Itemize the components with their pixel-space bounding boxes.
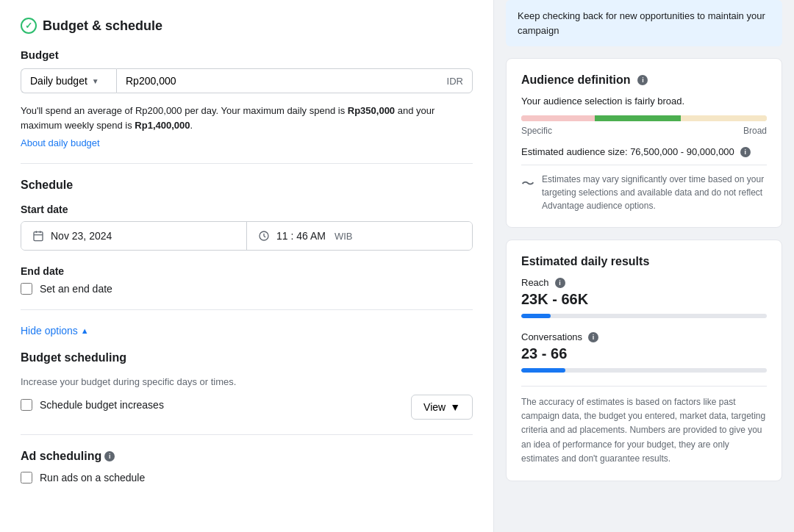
section-title: ✓ Budget & schedule [21,18,473,34]
reach-label: Reach i [521,277,767,288]
divider [21,163,473,164]
budget-row: Daily budget ▼ IDR [21,68,473,93]
bar-label-specific: Specific [521,126,552,136]
conversations-bar-track [521,368,767,373]
ad-scheduling-section: Ad scheduling i Run ads on a schedule [21,434,473,484]
reach-info-icon[interactable]: i [555,278,565,288]
timezone-label: WIB [335,231,353,242]
right-panel: Keep checking back for new opportunities… [494,0,794,532]
conversations-label: Conversations i [521,331,767,342]
audience-size: Estimated audience size: 76,500,000 - 90… [521,146,767,157]
calendar-icon [32,229,45,242]
audience-bar-track [521,115,767,121]
audience-desc: Your audience selection is fairly broad. [521,96,767,107]
section-title-text: Budget & schedule [43,18,162,34]
budget-label: Budget [21,48,473,61]
svg-rect-0 [34,232,43,241]
ad-scheduling-title-row: Ad scheduling i [21,450,473,463]
divider-3 [21,434,473,435]
audience-info-icon[interactable]: i [637,75,648,85]
end-date-checkbox[interactable] [21,283,32,295]
audience-bar-container: Specific Broad [521,115,767,136]
hide-options-label: Hide options [21,325,78,337]
estimates-note: 〜 Estimates may vary significantly over … [521,165,767,212]
currency-label: IDR [447,76,463,87]
budget-schedule-panel: ✓ Budget & schedule Budget Daily budget … [0,0,494,532]
hide-options-button[interactable]: Hide options ▲ [21,325,89,337]
top-note: Keep checking back for new opportunities… [506,0,782,46]
date-field[interactable]: Nov 23, 2024 [21,222,247,250]
schedule-budget-checkbox-row: Schedule budget increases [21,399,164,411]
budget-scheduling-desc: Increase your budget during specific day… [21,376,473,387]
accuracy-note: The accuracy of estimates is based on fa… [521,386,767,466]
schedule-budget-label: Schedule budget increases [40,399,164,411]
end-date-label: End date [21,265,473,277]
run-ads-checkbox-row: Run ads on a schedule [21,472,473,484]
chevron-down-icon: ▼ [92,77,99,85]
time-field[interactable]: 11 : 46 AM WIB [247,222,472,250]
set-end-date-label: Set an end date [40,283,112,295]
view-chevron-icon: ▼ [450,401,460,413]
divider-2 [21,309,473,310]
bar-label-broad: Broad [743,126,767,136]
audience-definition-title: Audience definition i [521,73,767,87]
view-button[interactable]: View ▼ [411,395,473,420]
reach-value: 23K - 66K [521,291,767,308]
conversations-info-icon[interactable]: i [588,332,598,342]
view-label: View [423,401,446,413]
info-icon[interactable]: i [104,451,115,461]
run-ads-checkbox[interactable] [21,472,32,484]
clock-icon [257,229,271,242]
audience-definition-card: Audience definition i Your audience sele… [506,58,782,228]
check-icon: ✓ [21,18,37,34]
reach-bar-track [521,314,767,318]
conversations-value: 23 - 66 [521,345,767,362]
end-date-checkbox-row: Set an end date [21,283,473,295]
conversations-bar-fill [521,368,565,373]
budget-input-wrap: IDR [116,68,473,93]
time-value: 11 : 46 AM [276,230,326,242]
schedule-budget-checkbox[interactable] [21,399,32,411]
start-date-value: Nov 23, 2024 [51,230,112,242]
budget-note: You'll spend an average of Rp200,000 per… [21,104,473,132]
start-date-row: Nov 23, 2024 11 : 46 AM WIB [21,221,473,251]
schedule-title: Schedule [21,179,473,192]
estimated-results-card: Estimated daily results Reach i 23K - 66… [506,240,782,481]
budget-input[interactable] [126,75,447,87]
reach-bar-fill [521,314,551,318]
start-date-label: Start date [21,204,473,215]
budget-type-label: Daily budget [30,75,87,87]
estimated-results-title: Estimated daily results [521,255,767,268]
about-daily-budget-link[interactable]: About daily budget [21,137,100,148]
bar-labels: Specific Broad [521,126,767,136]
audience-size-info-icon[interactable]: i [740,147,751,157]
run-ads-label: Run ads on a schedule [40,472,145,484]
budget-scheduling-title: Budget scheduling [21,351,473,364]
trend-icon: 〜 [521,174,534,212]
budget-scheduling-section: Budget scheduling Increase your budget d… [21,351,473,420]
schedule-increase-row: Schedule budget increases View ▼ [21,395,473,420]
chevron-up-icon: ▲ [81,326,89,335]
ad-scheduling-title: Ad scheduling [21,450,101,463]
budget-type-dropdown[interactable]: Daily budget ▼ [21,68,116,93]
